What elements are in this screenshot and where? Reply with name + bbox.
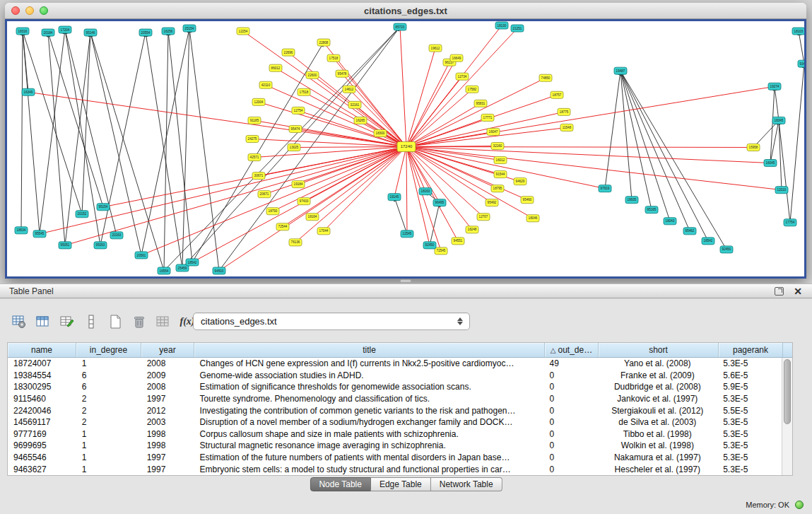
network-selector[interactable]: citations_edges.txt <box>193 313 470 330</box>
graph-node[interactable]: 93468 <box>798 60 804 67</box>
red-edge[interactable] <box>406 146 605 188</box>
delete-icon[interactable] <box>129 311 150 332</box>
graph-node[interactable]: 12707 <box>477 214 490 221</box>
column-header-pagerank[interactable]: pagerank <box>719 343 783 357</box>
graph-node[interactable]: 32161 <box>348 101 361 108</box>
red-edge[interactable] <box>40 146 406 233</box>
close-panel-icon[interactable]: ✕ <box>794 287 802 296</box>
graph-node[interactable]: 25154 <box>183 25 196 32</box>
black-edge[interactable] <box>100 33 146 245</box>
black-edge[interactable] <box>753 120 779 147</box>
table-row[interactable]: 969969511998Structural magnetic resonanc… <box>8 440 782 452</box>
graph-node[interactable]: 92450 <box>423 242 436 249</box>
graph-node[interactable]: 18775 <box>558 108 570 115</box>
graph-node[interactable]: 91544 <box>494 171 507 178</box>
graph-node[interactable]: 22600 <box>306 71 319 78</box>
graph-node[interactable]: 95492 <box>486 199 498 206</box>
red-edge[interactable] <box>406 89 472 146</box>
graph-node[interactable]: 18130 <box>495 22 508 29</box>
float-panel-icon[interactable] <box>775 287 784 296</box>
graph-node[interactable]: 17754 <box>784 219 796 226</box>
red-edge[interactable] <box>400 27 406 146</box>
table-row[interactable]: 2242004622012Investigating the contribut… <box>8 404 782 416</box>
graph-node[interactable]: 94503 <box>213 267 225 274</box>
graph-node[interactable]: 16012 <box>494 157 507 164</box>
red-edge[interactable] <box>406 48 435 146</box>
column-header-title[interactable]: title <box>194 343 545 357</box>
black-edge[interactable] <box>620 71 708 241</box>
graph-node[interactable]: 13025 <box>288 144 300 151</box>
black-edge[interactable] <box>48 33 103 207</box>
red-edge[interactable] <box>65 146 406 245</box>
table-row[interactable]: 946554611997Estimation of the future num… <box>8 452 782 464</box>
graph-node[interactable]: 16649 <box>450 54 463 62</box>
graph-node[interactable]: 16047 <box>487 128 500 135</box>
graph-node[interactable]: 18345 <box>772 117 785 124</box>
graph-node[interactable]: 22696 <box>282 49 295 56</box>
zoom-button[interactable] <box>40 6 48 15</box>
graph-node[interactable]: 95051 <box>59 242 71 249</box>
close-button[interactable] <box>11 6 20 15</box>
column-header-name[interactable]: name <box>8 343 76 357</box>
table-settings-icon[interactable] <box>8 311 30 332</box>
graph-node[interactable]: 74850 <box>539 74 552 81</box>
graph-node[interactable]: 91185 <box>248 117 261 124</box>
graph-node[interactable]: 18046 <box>526 215 539 222</box>
graph-node[interactable]: 95146 <box>84 29 97 36</box>
graph-node[interactable]: 30671 <box>252 173 265 180</box>
black-edge[interactable] <box>48 33 65 245</box>
graph-node[interactable]: 95545 <box>33 230 46 238</box>
network-canvas[interactable]: 1831620184172049514620554162562515416349… <box>7 21 804 276</box>
graph-node[interactable]: 20554 <box>139 29 152 36</box>
table-row[interactable]: 1938455462009Genome-wide association stu… <box>8 370 782 382</box>
graph-node[interactable]: 24275 <box>246 135 259 142</box>
red-edge[interactable] <box>273 146 406 211</box>
graph-node[interactable]: 19487 <box>614 67 627 74</box>
graph-node[interactable]: 86012 <box>269 64 282 71</box>
graph-node[interactable]: 12545 <box>401 230 413 238</box>
black-edge[interactable] <box>164 27 400 271</box>
graph-node[interactable]: 32160 <box>491 142 504 149</box>
red-edge[interactable] <box>406 127 567 146</box>
graph-node[interactable]: 18795 <box>491 185 504 192</box>
graph-node[interactable]: 95474 <box>289 125 302 132</box>
red-edge[interactable] <box>141 146 406 255</box>
black-edge[interactable] <box>620 71 652 210</box>
black-edge[interactable] <box>775 86 779 120</box>
graph-node[interactable]: 17204 <box>59 26 71 33</box>
graph-node[interactable]: 95831 <box>474 100 487 107</box>
graph-node[interactable]: 95053 <box>94 242 107 249</box>
graph-node[interactable]: 18164 <box>306 214 319 221</box>
table-row[interactable]: 977716911998Corpus callosum shape and si… <box>8 428 782 440</box>
column-header-year[interactable]: year <box>141 343 194 357</box>
graph-node[interactable]: 92450 <box>720 246 733 253</box>
network-view[interactable]: 1831620184172049514620554162562515416349… <box>5 19 806 279</box>
window-titlebar[interactable]: citations_edges.txt <box>5 3 806 19</box>
graph-node[interactable]: 19184 <box>292 181 305 188</box>
split-pane-grip[interactable] <box>400 279 411 283</box>
graph-node[interactable]: 12754 <box>292 107 305 114</box>
red-edge[interactable] <box>28 92 406 146</box>
red-edge[interactable] <box>406 58 457 146</box>
graph-node[interactable]: 17518 <box>298 88 310 95</box>
black-edge[interactable] <box>779 120 790 222</box>
graph-node[interactable]: 18542 <box>186 259 199 266</box>
graph-node[interactable]: 18316 <box>16 28 29 35</box>
graph-node[interactable]: 18163 <box>419 188 432 195</box>
graph-node[interactable]: 96495 <box>433 199 446 206</box>
hub-node[interactable]: 17240 <box>397 141 416 151</box>
column-header-in_degree[interactable]: in_degree <box>76 343 141 357</box>
column-header-out_de[interactable]: △out_de… <box>545 343 599 357</box>
graph-node[interactable]: 18793 <box>266 208 279 215</box>
tab-edge-table[interactable]: Edge Table <box>371 477 431 491</box>
graph-node[interactable]: 18043 <box>664 218 676 225</box>
graph-node[interactable]: 12734 <box>456 73 469 80</box>
graph-node[interactable]: 20671 <box>258 191 271 198</box>
red-edge[interactable] <box>312 75 406 146</box>
graph-node[interactable]: 17771 <box>481 114 494 121</box>
graph-node[interactable]: 15958 <box>747 144 760 151</box>
red-edge[interactable] <box>298 146 406 184</box>
black-edge[interactable] <box>164 31 168 271</box>
graph-node[interactable]: 11548 <box>560 124 573 131</box>
graph-node[interactable]: 95165 <box>645 206 658 214</box>
